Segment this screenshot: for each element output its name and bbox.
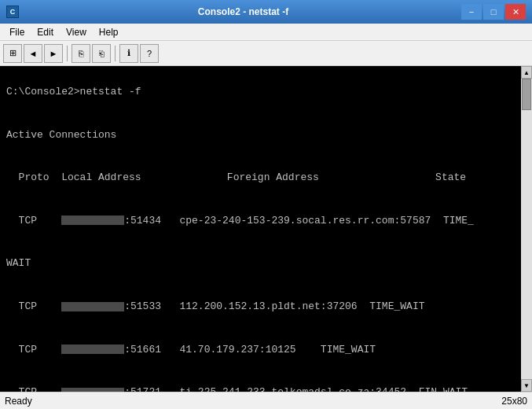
scrollbar[interactable]: ▲ ▼ (521, 66, 532, 392)
row2: TCP :51533 112.200.152.13.pldt.net:37206… (6, 300, 424, 312)
app-icon: C (6, 6, 19, 18)
menu-bar: File Edit View Help (0, 24, 532, 41)
toolbar-help-button[interactable]: ? (140, 44, 159, 63)
menu-help[interactable]: Help (93, 25, 125, 39)
row3: TCP :51661 41.70.179.237:10125 TIME_WAIT (6, 344, 376, 356)
menu-edit[interactable]: Edit (31, 25, 60, 39)
toolbar-new-button[interactable]: ⊞ (3, 44, 22, 63)
command-prompt: C:\Console2>netstat -f (6, 86, 141, 98)
toolbar-separator-2 (115, 46, 116, 61)
menu-file[interactable]: File (3, 25, 31, 39)
toolbar-back-button[interactable]: ◄ (24, 44, 42, 63)
window-title: Console2 - netstat -f (25, 6, 461, 17)
toolbar-info-button[interactable]: ℹ (119, 44, 138, 63)
row4: TCP :51721 ti-225-241-233.telkomadsl.co.… (6, 386, 474, 392)
scrollbar-thumb[interactable] (522, 79, 531, 110)
menu-view[interactable]: View (60, 25, 93, 39)
toolbar-copy-button[interactable]: ⎘ (72, 44, 90, 63)
toolbar-separator-1 (67, 46, 68, 61)
scrollbar-down-button[interactable]: ▼ (521, 379, 532, 392)
close-button[interactable]: ✕ (505, 4, 526, 20)
scrollbar-up-button[interactable]: ▲ (521, 66, 532, 79)
row1-cont: WAIT (6, 257, 31, 269)
console-wrapper: C:\Console2>netstat -f Active Connection… (0, 66, 532, 392)
console-dimensions: 25x80 (501, 396, 527, 407)
console-output[interactable]: C:\Console2>netstat -f Active Connection… (0, 66, 521, 392)
active-connections-label: Active Connections (6, 129, 116, 141)
row1: TCP :51434 cpe-23-240-153-239.socal.res.… (6, 215, 474, 227)
status-text: Ready (5, 396, 501, 407)
toolbar-paste-button[interactable]: ⎗ (92, 44, 111, 63)
maximize-button[interactable]: □ (483, 4, 504, 20)
minimize-button[interactable]: − (461, 4, 482, 20)
scrollbar-track[interactable] (521, 79, 532, 379)
toolbar: ⊞ ◄ ► ⎘ ⎗ ℹ ? (0, 41, 532, 66)
title-bar: C Console2 - netstat -f − □ ✕ (0, 0, 532, 24)
column-headers: Proto Local Address Foreign Address Stat… (6, 171, 466, 183)
window-controls: − □ ✕ (461, 4, 526, 20)
status-bar: Ready 25x80 (0, 392, 532, 409)
toolbar-forward-button[interactable]: ► (44, 44, 63, 63)
